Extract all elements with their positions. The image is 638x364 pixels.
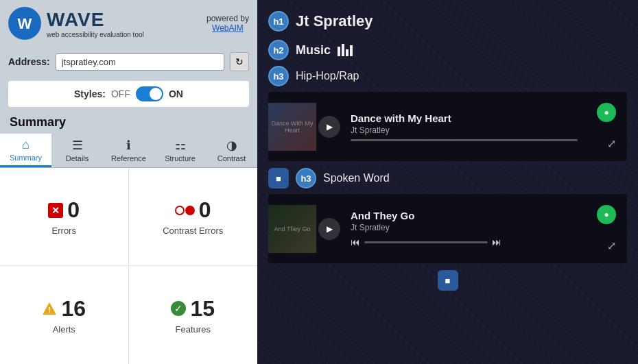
styles-bar: Styles: OFF ON [8, 81, 249, 107]
music-bars-icon [338, 44, 353, 56]
tabs-bar: ⌂ Summary ☰ Details ℹ Reference ⚏ Struct… [0, 134, 257, 168]
feature-icon: ✓ [171, 301, 186, 316]
track-artist-1: Jt Spratley [351, 125, 578, 135]
square-badge-1: ■ [268, 168, 289, 189]
styles-toggle[interactable] [136, 86, 163, 101]
features-label: Features [176, 324, 211, 335]
refresh-button[interactable]: ↻ [230, 52, 249, 71]
spoken-word-heading-row: h3 Spoken Word [296, 168, 390, 189]
tab-details-label: Details [66, 154, 89, 162]
tab-contrast[interactable]: ◑ Contrast [206, 134, 257, 167]
alerts-count: 16 [61, 296, 86, 321]
music-heading-text: Music [296, 43, 331, 58]
tab-reference[interactable]: ℹ Reference [103, 134, 154, 167]
square-badge-2: ■ [438, 270, 458, 291]
svg-text:W: W [18, 15, 32, 32]
contrast-label: Contrast Errors [163, 226, 223, 236]
track-title-1: Dance with My Heart [351, 112, 578, 124]
contrast-error-icon [175, 206, 195, 215]
play-button-1[interactable]: ▶ [318, 116, 340, 138]
tab-summary[interactable]: ⌂ Summary [0, 134, 51, 167]
track-progress-1 [351, 139, 578, 141]
bottom-badge-row: ■ [268, 270, 627, 291]
tab-structure[interactable]: ⚏ Structure [154, 134, 206, 167]
address-bar: Address: ↻ [0, 47, 257, 77]
hiphop-heading-row: h3 Hip-Hop/Rap [268, 66, 627, 86]
powered-by-text: powered by [206, 14, 249, 23]
features-count: 15 [190, 296, 215, 321]
page-title-text: Jt Spratley [296, 12, 373, 30]
address-input[interactable] [56, 53, 224, 71]
h3-hiphop-badge: h3 [268, 66, 289, 86]
metric-contrast-row: 0 [175, 197, 211, 223]
styles-label: Styles: [74, 88, 106, 99]
metric-features: ✓ 15 Features [129, 266, 258, 364]
metric-errors: ✕ 0 Errors [0, 168, 129, 266]
hiphop-heading-text: Hip-Hop/Rap [296, 70, 359, 82]
track-progress-bar-2 [364, 241, 488, 243]
track-controls-2: ● ⤢ [586, 194, 627, 263]
error-icon: ✕ [48, 203, 63, 218]
track-thumb-2: And They Go [268, 205, 316, 253]
powered-by-block: powered by WebAIM [206, 14, 249, 33]
metric-features-row: ✓ 15 [171, 296, 215, 321]
track-thumb-label-2: And They Go [274, 226, 311, 232]
wave-subtitle-text: web accessibility evaluation tool [47, 31, 144, 38]
spotify-icon-1[interactable]: ● [597, 103, 616, 122]
address-label: Address: [8, 56, 50, 67]
alerts-label: Alerts [53, 324, 75, 335]
share-icon-1[interactable]: ⤢ [607, 137, 616, 150]
tab-contrast-label: Contrast [217, 154, 246, 162]
contrast-count: 0 [199, 197, 211, 223]
errors-label: Errors [52, 226, 76, 236]
tab-structure-label: Structure [165, 154, 196, 162]
svg-text:!: ! [49, 306, 51, 314]
metric-contrast: 0 Contrast Errors [129, 168, 258, 266]
track-title-2: And They Go [351, 210, 578, 221]
h3-spoken-badge: h3 [296, 168, 316, 189]
page-title-row: h1 Jt Spratley [268, 11, 627, 32]
spoken-word-section: ■ h3 Spoken Word [268, 168, 627, 189]
track-card-2: And They Go ▶ And They Go Jt Spratley ⏮ … [268, 194, 627, 263]
wave-title-block: WAVE web accessibility evaluation tool [47, 9, 144, 38]
track-controls-1: ● ⤢ [586, 92, 627, 161]
h1-badge: h1 [268, 11, 289, 32]
webaim-link[interactable]: WebAIM [212, 23, 244, 33]
share-icon-2[interactable]: ⤢ [607, 239, 616, 252]
header: W WAVE web accessibility evaluation tool… [0, 0, 257, 47]
reference-icon: ℹ [126, 138, 131, 153]
contrast-icon: ◑ [226, 138, 237, 153]
track-thumb-1: Dance With My Heart [268, 103, 316, 151]
structure-icon: ⚏ [175, 138, 186, 153]
left-panel: W WAVE web accessibility evaluation tool… [0, 0, 257, 364]
play-button-2[interactable]: ▶ [318, 218, 340, 240]
tab-details[interactable]: ☰ Details [51, 134, 103, 167]
tab-reference-label: Reference [111, 154, 146, 162]
styles-off-label: OFF [111, 88, 130, 99]
h2-badge: h2 [268, 40, 289, 60]
wave-logo-icon: W [8, 7, 41, 40]
alert-icon: ! [42, 301, 57, 316]
track-info-2: And They Go Jt Spratley ⏮ ⏭ [342, 204, 586, 253]
spotify-icon-2[interactable]: ● [597, 205, 616, 224]
wave-title-text: WAVE [47, 9, 144, 31]
summary-icon: ⌂ [22, 138, 29, 152]
wave-logo: W WAVE web accessibility evaluation tool [8, 7, 144, 40]
track-controls-row-2: ⏮ ⏭ [351, 236, 578, 247]
errors-count: 0 [67, 197, 80, 223]
metric-alerts-row: ! 16 [42, 296, 86, 321]
details-icon: ☰ [72, 138, 83, 153]
styles-on-label: ON [169, 88, 183, 99]
track-artist-2: Jt Spratley [351, 223, 578, 232]
prev-button-2[interactable]: ⏮ [351, 236, 360, 247]
metric-alerts: ! 16 Alerts [0, 266, 129, 364]
toggle-thumb [150, 88, 162, 100]
track-info-1: Dance with My Heart Jt Spratley [342, 107, 586, 147]
tab-summary-label: Summary [10, 154, 42, 162]
metrics-area: ✕ 0 Errors 0 Contrast Errors [0, 168, 257, 364]
music-heading-row: h2 Music [268, 40, 627, 60]
spoken-word-heading-text: Spoken Word [323, 172, 390, 184]
next-button-2[interactable]: ⏭ [492, 236, 501, 247]
right-panel: h1 Jt Spratley h2 Music h3 Hip-Hop/Rap D… [257, 0, 638, 364]
metric-errors-row: ✕ 0 [48, 197, 80, 223]
